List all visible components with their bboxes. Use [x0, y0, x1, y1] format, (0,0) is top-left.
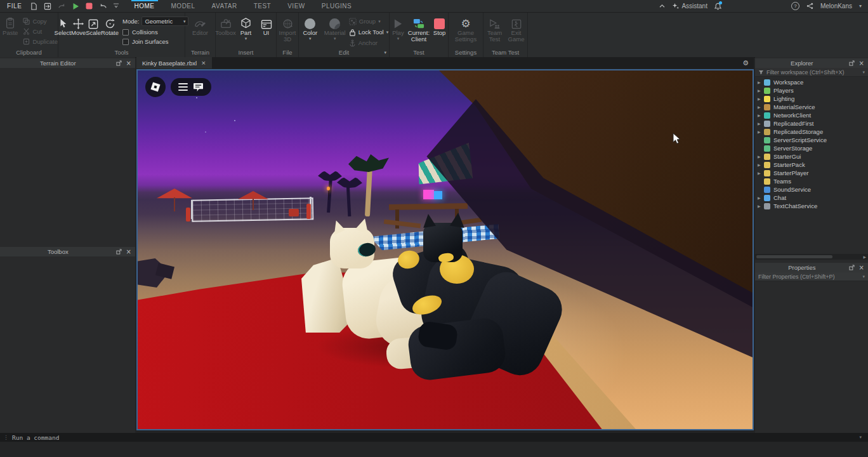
mode-dropdown[interactable]: Geometric ▾: [141, 17, 188, 26]
explorer-item-teams[interactable]: Teams: [755, 177, 868, 185]
tab-close-icon[interactable]: ×: [201, 60, 206, 66]
part-label: Part: [240, 30, 251, 36]
scrollbar-thumb[interactable]: [756, 255, 832, 258]
close-icon[interactable]: ×: [859, 60, 864, 67]
user-menu-caret-icon[interactable]: ▾: [859, 4, 862, 8]
expand-arrow-icon[interactable]: ▶: [758, 105, 764, 109]
edit-expand-caret-icon[interactable]: ▾: [384, 51, 386, 55]
close-icon[interactable]: ×: [859, 265, 864, 271]
explorer-horizontal-scrollbar[interactable]: ▶: [755, 254, 868, 260]
explorer-item-startergui[interactable]: ▶StarterGui: [755, 152, 868, 161]
explorer-item-replicatedstorage[interactable]: ▶ReplicatedStorage: [755, 128, 868, 136]
explorer-item-workspace[interactable]: ▶Workspace: [755, 78, 868, 86]
explorer-item-starterpack[interactable]: ▶StarterPack: [755, 161, 868, 169]
collisions-checkbox-row[interactable]: Collisions: [122, 29, 188, 36]
current-client-button[interactable]: Current: Client: [408, 15, 430, 49]
color-button[interactable]: Color ▾: [299, 15, 321, 49]
expand-arrow-icon[interactable]: ▶: [758, 154, 764, 159]
notifications-bell-icon[interactable]: [714, 3, 721, 10]
expand-arrow-icon[interactable]: ▶: [758, 204, 764, 208]
ribbon-tab-model[interactable]: MODEL: [163, 0, 204, 12]
lock-tool-caret-icon[interactable]: ▾: [386, 30, 389, 34]
tall-palm-trunk: [365, 166, 372, 216]
join-surfaces-checkbox[interactable]: [122, 39, 129, 45]
close-icon[interactable]: ×: [126, 249, 131, 255]
stop-icon[interactable]: [86, 3, 93, 10]
part-button[interactable]: Part ▾: [237, 15, 256, 49]
game-chat-icon[interactable]: [193, 83, 204, 92]
expand-arrow-icon[interactable]: ▶: [758, 129, 764, 134]
open-place-icon[interactable]: [44, 3, 51, 10]
ui-button[interactable]: UI: [257, 15, 276, 49]
explorer-item-starterplayer[interactable]: ▶StarterPlayer: [755, 169, 868, 177]
drag-handle-icon[interactable]: ⋮: [0, 434, 12, 440]
explorer-item-materialservice[interactable]: ▶MaterialService: [755, 103, 868, 111]
play-icon[interactable]: [72, 3, 79, 10]
replicated-first-icon: [764, 121, 770, 127]
expand-arrow-icon[interactable]: ▶: [758, 195, 764, 200]
collisions-checkbox[interactable]: [122, 29, 129, 36]
scrollbar-right-arrow-icon[interactable]: ▶: [863, 255, 868, 259]
ribbon-tab-view[interactable]: VIEW: [279, 0, 313, 12]
explorer-item-serverscriptservice[interactable]: ServerScriptService: [755, 136, 868, 144]
select-tool-button[interactable]: Select: [55, 15, 71, 49]
scale-tool-button[interactable]: Scale: [86, 15, 101, 49]
expand-arrow-icon[interactable]: ▶: [758, 162, 764, 167]
expand-arrow-icon[interactable]: ▶: [758, 171, 764, 175]
expand-arrow-icon[interactable]: ▶: [758, 80, 764, 84]
ribbon-tab-avatar[interactable]: AVATAR: [204, 0, 246, 12]
popout-icon[interactable]: [849, 265, 855, 270]
explorer-item-replicatedfirst[interactable]: ▶ReplicatedFirst: [755, 119, 868, 128]
explorer-item-textchatservice[interactable]: ▶TextChatService: [755, 202, 868, 210]
assistant-button[interactable]: Assistant: [672, 3, 707, 10]
game-menu-hamburger-icon[interactable]: [178, 83, 188, 91]
expand-arrow-icon[interactable]: ▶: [758, 88, 764, 93]
properties-panel-header[interactable]: Properties ×: [755, 263, 868, 272]
properties-filter-input[interactable]: Filter Properties (Ctrl+Shift+P) ▾: [755, 272, 868, 281]
toolbox-panel-header[interactable]: Toolbox ×: [0, 247, 135, 256]
collapse-ribbon-icon[interactable]: [659, 4, 665, 8]
document-icon[interactable]: [30, 3, 37, 10]
expand-arrow-icon[interactable]: ▶: [758, 121, 764, 126]
move-tool-button[interactable]: Move: [71, 15, 86, 49]
popout-icon[interactable]: [849, 60, 855, 66]
lock-tool-button[interactable]: Lock Tool ▾: [349, 28, 388, 36]
command-bar[interactable]: ⋮ Run a command ▾: [0, 433, 868, 442]
explorer-item-lighting[interactable]: ▶Lighting: [755, 95, 868, 103]
rotate-tool-button[interactable]: Rotate: [101, 15, 119, 49]
explorer-filter-input[interactable]: Filter workspace (Ctrl+Shift+X) ▾: [755, 68, 868, 77]
expand-arrow-icon[interactable]: ▶: [758, 96, 764, 101]
explorer-item-chat[interactable]: ▶Chat: [755, 194, 868, 202]
file-menu[interactable]: FILE: [0, 3, 29, 10]
ribbon-tab-plugins[interactable]: PLUGINS: [313, 0, 360, 12]
explorer-item-players[interactable]: ▶Players: [755, 86, 868, 95]
menu-bar: FILE HOMEMODELAVATARTESTVIEWPLUGINS: [0, 0, 868, 13]
expand-arrow-icon[interactable]: ▶: [758, 113, 764, 117]
command-bar-caret-icon[interactable]: ▾: [859, 435, 868, 439]
help-icon[interactable]: ?: [791, 2, 799, 10]
join-surfaces-checkbox-row[interactable]: Join Surfaces: [122, 38, 188, 45]
undo-icon[interactable]: [99, 3, 107, 10]
document-tab[interactable]: Kinky Baseplate.rbxl ×: [136, 57, 212, 69]
share-icon[interactable]: [806, 3, 813, 10]
explorer-item-soundservice[interactable]: SoundService: [755, 185, 868, 194]
3d-viewport[interactable]: [136, 69, 754, 430]
terrain-editor-panel-header[interactable]: Terrain Editor ×: [0, 58, 135, 68]
players-icon: [764, 88, 770, 94]
viewport-settings-gear-icon[interactable]: ⚙: [742, 59, 754, 67]
quick-access-caret-icon[interactable]: [114, 3, 119, 9]
popout-icon[interactable]: [116, 60, 122, 66]
stop-button[interactable]: Stop: [431, 15, 448, 49]
close-icon[interactable]: ×: [126, 60, 131, 67]
explorer-item-serverstorage[interactable]: ServerStorage: [755, 144, 868, 152]
ribbon-stop-icon: [434, 18, 445, 29]
roblox-menu-button[interactable]: [145, 77, 166, 97]
popout-icon[interactable]: [116, 249, 122, 255]
ribbon-tab-test[interactable]: TEST: [246, 0, 280, 12]
explorer-panel-header[interactable]: Explorer ×: [755, 58, 868, 68]
ribbon-tab-home[interactable]: HOME: [126, 0, 163, 12]
part-caret-icon[interactable]: ▾: [245, 37, 247, 41]
explorer-item-networkclient[interactable]: ▶NetworkClient: [755, 111, 868, 119]
username[interactable]: MelonKans: [820, 3, 852, 10]
color-caret-icon[interactable]: ▾: [309, 37, 312, 41]
